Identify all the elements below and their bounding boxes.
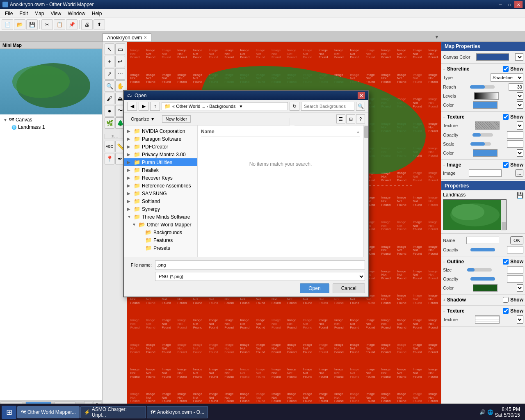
nav-item-owm[interactable]: ▼ 📂 Other World Mapper <box>124 221 197 228</box>
menu-map[interactable]: Map <box>31 10 47 17</box>
paint-tool[interactable]: 🖌 <box>105 93 114 104</box>
prop-opacity-input[interactable]: 100% <box>507 246 523 253</box>
shadow-show-checkbox[interactable] <box>503 297 509 303</box>
scale-slider[interactable] <box>470 142 491 146</box>
text-tool[interactable]: ABC <box>105 141 114 152</box>
file-type-select[interactable]: PNG (*.png) <box>155 272 365 281</box>
shoreline-color-select[interactable] <box>517 101 523 109</box>
new-folder-button[interactable]: New folder <box>162 115 191 123</box>
size-input[interactable]: 3 px <box>507 266 523 274</box>
dialog-close-button[interactable]: ✕ <box>358 92 365 99</box>
nav-item-samsung[interactable]: ▶ 📁 SAMSUNG <box>124 189 197 197</box>
dialog-search-input[interactable] <box>301 102 354 111</box>
opacity-input[interactable]: 40% <box>507 131 523 139</box>
shoreline-section[interactable]: − Shoreline Show <box>443 65 523 73</box>
zoom-tool[interactable]: 🔍 <box>105 80 114 92</box>
content-scrollbar-thumb[interactable] <box>364 126 368 138</box>
nav-item-threeminds[interactable]: ▼ 📁 Three Minds Software <box>124 213 197 221</box>
start-button[interactable]: ⊞ <box>2 406 16 419</box>
new-button[interactable]: 📄 <box>2 19 13 30</box>
undo-tool[interactable]: ↩ <box>115 56 125 67</box>
nav-item-puran[interactable]: ▶ 📁 Puran Utilities <box>124 158 197 166</box>
tab-scroll-right[interactable]: ▼ <box>433 32 441 41</box>
prop-texture-section[interactable]: − Texture Show <box>443 307 523 315</box>
nav-item-privacy[interactable]: ▶ 📁 Privacy Mantra 3.00 <box>124 151 197 158</box>
scale-input[interactable]: 120% <box>507 140 523 148</box>
lasso-tool[interactable]: ⋯ <box>115 68 125 80</box>
dialog-content-panel[interactable]: Name ▲ No items match your search. <box>198 126 363 257</box>
levels-color-box[interactable] <box>474 92 499 100</box>
size-slider[interactable] <box>467 268 492 272</box>
taskbar-item-asmo[interactable]: ⚡ ASMO Charger: Unpl... <box>80 406 146 418</box>
dialog-cancel-button[interactable]: Cancel <box>333 283 365 293</box>
taskbar-item-owm[interactable]: 🗺 Other World Mapper... <box>17 406 80 418</box>
dialog-breadcrumb[interactable]: 📁 « Other World ... › Backgrounds ▼ <box>162 102 288 110</box>
tree-item-landmass[interactable]: 🌐 Landmass 1 <box>2 123 100 131</box>
dialog-search-button[interactable]: 🔍 <box>356 102 365 111</box>
dialog-up-btn[interactable]: ↑ <box>150 102 160 111</box>
nav-item-features[interactable]: 📁 Features <box>124 236 197 244</box>
content-scrollbar[interactable] <box>363 126 368 257</box>
open-button[interactable]: 📂 <box>14 19 25 30</box>
levels-select[interactable] <box>517 92 523 100</box>
outline-section[interactable]: − Outline Show <box>443 258 523 265</box>
tab-close-icon[interactable]: ✕ <box>144 35 147 40</box>
view-list-btn[interactable]: ☰ <box>336 114 345 123</box>
texture-select[interactable] <box>517 121 523 130</box>
image-section[interactable]: − Image Show <box>443 161 523 169</box>
name-input[interactable]: Landmass 1 <box>466 237 499 244</box>
texture-color-box[interactable] <box>473 149 498 157</box>
organize-button[interactable]: Organize ▼ <box>127 115 159 123</box>
shoreline-color-box[interactable] <box>473 101 498 109</box>
prop-texture-preview[interactable] <box>475 315 500 324</box>
shoreline-show-checkbox[interactable] <box>503 66 509 72</box>
pin-tool[interactable]: 📍 <box>105 153 114 164</box>
save-button[interactable]: 💾 <box>26 19 38 30</box>
shadow-section[interactable]: + Shadow Show <box>443 296 523 304</box>
reach-slider[interactable] <box>470 85 495 89</box>
canvas-color-select[interactable] <box>515 53 523 61</box>
tab-anokkryon[interactable]: Anokkryon.owm ✕ <box>103 33 151 41</box>
select-tool[interactable]: ↖ <box>105 43 114 55</box>
view-help-btn[interactable]: ? <box>356 114 365 123</box>
prop-texture-show-checkbox[interactable] <box>503 308 509 314</box>
file-name-input[interactable] <box>155 260 365 269</box>
dialog-forward-btn[interactable]: ▶ <box>139 102 148 111</box>
menu-edit[interactable]: Edit <box>16 10 31 17</box>
prop-opacity-slider[interactable] <box>470 248 495 251</box>
out-opacity-input[interactable]: 100% <box>507 275 523 283</box>
opacity-slider[interactable] <box>472 133 493 137</box>
view-details-btn[interactable]: ⊞ <box>346 114 355 123</box>
nav-item-pdfcreator[interactable]: ▶ 📁 PDFCreator <box>124 143 197 151</box>
maximize-button[interactable]: □ <box>505 1 514 8</box>
pan-tool[interactable]: + <box>105 56 114 67</box>
menu-help[interactable]: Help <box>89 10 105 17</box>
nav-item-synergy[interactable]: ▶ 📁 Synergy <box>124 205 197 213</box>
close-button[interactable]: ✕ <box>514 1 523 8</box>
menu-view[interactable]: View <box>47 10 64 17</box>
paste-button[interactable]: 📌 <box>66 19 78 30</box>
cut-button[interactable]: ✂ <box>41 19 53 30</box>
copy-button[interactable]: 📋 <box>54 19 65 30</box>
minimize-button[interactable]: ─ <box>496 1 504 8</box>
menu-file[interactable]: File <box>2 10 16 17</box>
mini-map-area[interactable] <box>0 49 102 114</box>
transform-tool[interactable]: ↗ <box>105 68 114 80</box>
ok-button[interactable]: OK <box>510 236 523 244</box>
nav-item-presets[interactable]: 📁 Presets <box>124 244 197 252</box>
landmass-save-icon[interactable]: 💾 <box>516 192 523 199</box>
nav-item-softland[interactable]: ▶ 📁 Softland <box>124 197 197 205</box>
tree-item-canvas[interactable]: ▼ 🗺 Canvas <box>2 116 100 123</box>
reach-input[interactable] <box>509 83 523 91</box>
print-button[interactable]: 🖨 <box>81 19 93 30</box>
texture-show-checkbox[interactable] <box>503 114 509 120</box>
nav-item-recover[interactable]: ▶ 📁 Recover Keys <box>124 174 197 182</box>
out-color-box[interactable] <box>473 284 498 292</box>
texture-preview[interactable] <box>475 121 500 130</box>
taskbar-item-ano[interactable]: 🗺 Anokkryon.owm - O... <box>147 406 208 418</box>
nav-item-backgrounds[interactable]: 📂 Backgrounds <box>124 228 197 236</box>
menu-window[interactable]: Window <box>64 10 89 17</box>
nav-item-nvidia[interactable]: ▶ 📁 NVIDIA Corporation <box>124 127 197 135</box>
image-show-checkbox[interactable] <box>503 162 509 168</box>
nav-item-paragon[interactable]: ▶ 📁 Paragon Software <box>124 135 197 143</box>
